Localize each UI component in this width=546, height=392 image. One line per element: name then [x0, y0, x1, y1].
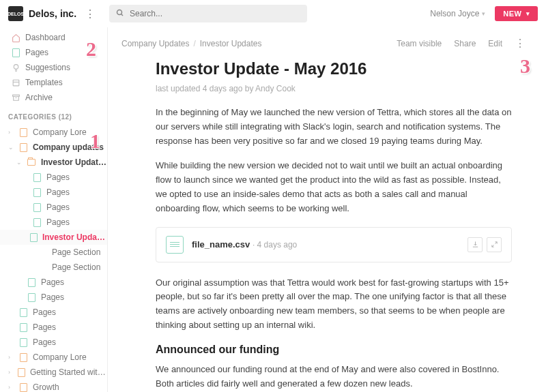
tree-item[interactable]: Pages: [0, 290, 107, 305]
item-icon: [18, 128, 28, 137]
tree-item[interactable]: Pages: [0, 200, 107, 215]
file-name: file_name.csv: [192, 239, 250, 250]
tree-item[interactable]: Pages: [0, 275, 107, 290]
tree-item[interactable]: Pages: [0, 170, 107, 185]
nav-templates[interactable]: Templates: [0, 75, 107, 90]
item-icon: [32, 203, 42, 212]
breadcrumb-row: Company Updates / Investor Updates Team …: [121, 34, 526, 59]
share-button[interactable]: Share: [454, 39, 476, 48]
chevron-icon: ›: [8, 369, 13, 376]
breadcrumb[interactable]: Investor Updates: [200, 39, 262, 48]
chevron-icon: ›: [8, 354, 14, 361]
tree-item[interactable]: ›Company Lore: [0, 125, 107, 140]
heading: Announced our funding: [156, 344, 512, 356]
breadcrumb[interactable]: Company Updates: [121, 39, 189, 48]
user-menu[interactable]: Nelson Joyce ▾: [430, 9, 485, 18]
page-meta: last updated 4 days ago by Andy Cook: [156, 84, 512, 93]
chevron-icon: ⌄: [8, 144, 14, 151]
item-icon: [18, 143, 28, 152]
tree-item[interactable]: ›Getting Started with Tettra: [0, 365, 107, 380]
file-icon: [166, 236, 184, 254]
item-icon: [32, 173, 42, 182]
svg-line-1: [121, 14, 124, 16]
tree-item[interactable]: ⌄Investor Updates: [0, 155, 107, 170]
paragraph: We announced our funding round at the en…: [156, 363, 512, 391]
bulb-icon: [11, 63, 20, 72]
main-content: Company Updates / Investor Updates Team …: [108, 27, 546, 392]
tree-item[interactable]: Pages: [0, 215, 107, 230]
item-icon: [18, 353, 28, 362]
visibility-toggle[interactable]: Team visible: [397, 39, 442, 48]
tree-item[interactable]: Pages: [0, 320, 107, 335]
file-attachment[interactable]: file_name.csv · 4 days ago: [156, 227, 512, 262]
item-icon: [27, 278, 36, 287]
item-icon: [27, 159, 36, 166]
page-menu-icon[interactable]: ⋮: [515, 37, 526, 50]
org-menu-icon[interactable]: ⋮: [82, 7, 98, 20]
search-input[interactable]: [130, 9, 300, 18]
download-icon[interactable]: [468, 237, 483, 252]
tree-item[interactable]: ⌄Company updates: [0, 140, 107, 155]
paragraph: While building the new version we decide…: [156, 159, 512, 215]
tree-item[interactable]: Pages: [0, 335, 107, 350]
chevron-icon: ⌄: [16, 159, 22, 166]
search-bar[interactable]: [109, 5, 307, 22]
tree-item[interactable]: Pages: [0, 305, 107, 320]
paragraph: In the beginning of May we launched the …: [156, 106, 512, 148]
item-icon: [32, 188, 42, 197]
org-logo[interactable]: DELOS: [8, 6, 23, 21]
chevron-icon: ›: [8, 129, 14, 136]
tree-item[interactable]: Investor Update - May 2016: [0, 230, 107, 245]
chevron-down-icon: ▾: [526, 10, 530, 17]
new-button[interactable]: NEW ▾: [495, 6, 538, 21]
nav-suggestions[interactable]: Suggestions: [0, 60, 107, 75]
item-icon: [18, 338, 28, 347]
item-icon: [18, 368, 25, 377]
svg-point-0: [117, 10, 122, 14]
item-icon: [30, 233, 38, 242]
file-meta: · 4 days ago: [253, 240, 297, 250]
edit-button[interactable]: Edit: [488, 39, 502, 48]
search-icon: [116, 9, 124, 19]
item-icon: [27, 293, 36, 302]
item-icon: [18, 383, 28, 392]
tree-item[interactable]: Pages: [0, 185, 107, 200]
tree-item[interactable]: ›Growth: [0, 380, 107, 392]
svg-point-2: [14, 64, 18, 69]
breadcrumb-separator: /: [189, 39, 199, 48]
tree-item[interactable]: Page Section: [0, 260, 107, 275]
template-icon: [11, 78, 20, 87]
nav-dashboard[interactable]: Dashboard: [0, 30, 107, 45]
categories-header: CATEGORIES (12): [0, 105, 107, 125]
chevron-down-icon: ▾: [482, 10, 485, 17]
page-icon: [11, 48, 20, 57]
expand-icon[interactable]: [487, 237, 502, 252]
nav-pages[interactable]: Pages: [0, 45, 107, 60]
chevron-icon: ›: [8, 384, 14, 391]
nav-archive[interactable]: Archive: [0, 90, 107, 105]
page-title: Investor Update - May 2016: [156, 59, 512, 78]
paragraph: Our original assumption was that Tettra …: [156, 276, 512, 333]
home-icon: [11, 33, 20, 42]
user-name: Nelson Joyce: [430, 9, 479, 18]
tree-item[interactable]: ›Company Lore: [0, 350, 107, 365]
sidebar: DashboardPagesSuggestionsTemplatesArchiv…: [0, 27, 108, 392]
org-name[interactable]: Delos, inc.: [29, 8, 76, 19]
item-icon: [18, 323, 28, 332]
svg-rect-3: [13, 80, 19, 86]
item-icon: [18, 308, 28, 317]
item-icon: [32, 218, 42, 227]
svg-rect-5: [12, 95, 19, 96]
archive-icon: [11, 93, 20, 102]
tree-item[interactable]: Page Section: [0, 245, 107, 260]
